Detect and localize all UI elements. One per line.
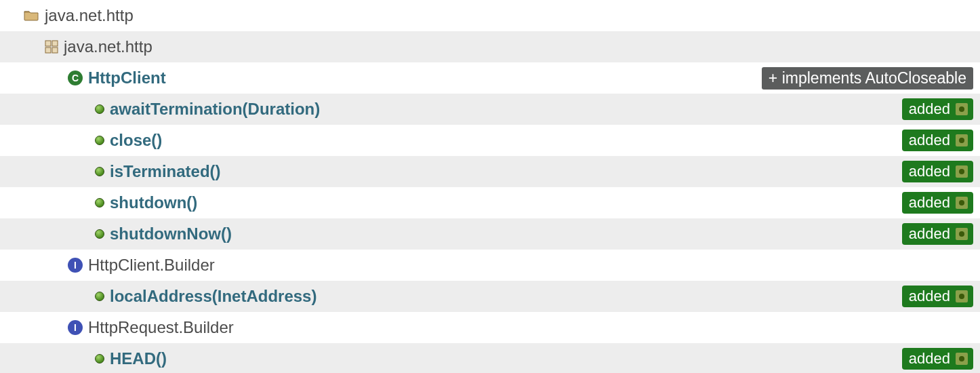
entries-container: CHttpClient+ implements AutoCloseableawa…: [0, 62, 980, 373]
method-icon: [95, 292, 104, 301]
added-badge: added: [902, 286, 973, 307]
interface-name: HttpRequest.Builder: [88, 318, 234, 337]
interface-row: IHttpRequest.Builder: [0, 312, 980, 343]
svg-rect-0: [45, 41, 51, 46]
method-name[interactable]: localAddress(InetAddress): [110, 287, 317, 306]
svg-rect-1: [52, 41, 58, 46]
interface-row: IHttpClient.Builder: [0, 250, 980, 281]
added-badge: added: [902, 161, 973, 182]
record-icon: [956, 165, 968, 178]
svg-rect-3: [52, 47, 58, 53]
class-name[interactable]: HttpClient: [88, 68, 166, 87]
package-icon: [45, 40, 58, 54]
interface-name: HttpClient.Builder: [88, 256, 215, 275]
added-badge: added: [902, 98, 973, 120]
class-type-icon: C: [68, 71, 83, 85]
method-name[interactable]: shutdownNow(): [110, 224, 232, 243]
added-badge-label: added: [909, 225, 950, 243]
method-icon: [95, 136, 104, 145]
method-name[interactable]: close(): [110, 131, 162, 150]
added-badge: added: [902, 223, 973, 245]
record-icon: [956, 290, 968, 302]
added-badge-label: added: [909, 194, 950, 212]
method-icon: [95, 167, 104, 176]
package-label: java.net.http: [64, 37, 152, 56]
method-name[interactable]: isTerminated(): [110, 162, 221, 181]
module-row: java.net.http: [0, 0, 980, 31]
implements-badge: + implements AutoCloseable: [762, 67, 973, 90]
method-icon: [95, 229, 104, 239]
method-row: localAddress(InetAddress)added: [0, 281, 980, 312]
method-row: HEAD()added: [0, 343, 980, 373]
method-row: awaitTermination(Duration)added: [0, 94, 980, 125]
method-name[interactable]: shutdown(): [110, 193, 197, 212]
interface-type-icon: I: [68, 320, 83, 335]
method-row: isTerminated()added: [0, 156, 980, 187]
record-icon: [956, 103, 968, 115]
added-badge-label: added: [909, 100, 950, 118]
added-badge-label: added: [909, 350, 950, 368]
method-icon: [95, 198, 104, 208]
folder-icon: [23, 9, 39, 22]
method-row: close()added: [0, 125, 980, 156]
added-badge-label: added: [909, 163, 950, 180]
method-row: shutdown()added: [0, 187, 980, 218]
method-icon: [95, 104, 104, 114]
added-badge: added: [902, 130, 973, 151]
record-icon: [956, 353, 968, 365]
module-label: java.net.http: [45, 6, 134, 25]
record-icon: [956, 228, 968, 240]
package-row: java.net.http: [0, 31, 980, 62]
added-badge: added: [902, 192, 973, 214]
class-row: CHttpClient+ implements AutoCloseable: [0, 62, 980, 94]
method-name[interactable]: awaitTermination(Duration): [110, 100, 320, 119]
record-icon: [956, 134, 968, 146]
method-row: shutdownNow()added: [0, 218, 980, 250]
added-badge: added: [902, 348, 973, 370]
svg-rect-2: [45, 47, 51, 53]
method-name[interactable]: HEAD(): [110, 349, 167, 368]
method-icon: [95, 354, 104, 364]
interface-type-icon: I: [68, 258, 83, 273]
added-badge-label: added: [909, 132, 950, 149]
record-icon: [956, 197, 968, 209]
added-badge-label: added: [909, 288, 950, 305]
